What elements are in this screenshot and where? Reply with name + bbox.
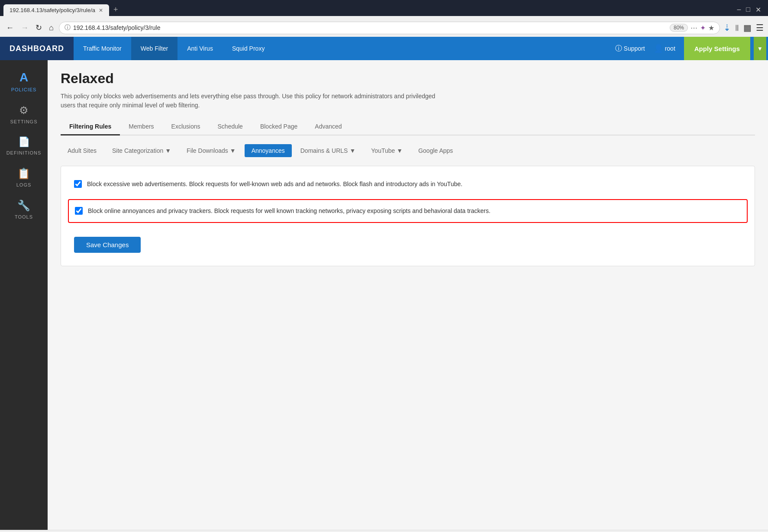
url-display: 192.168.4.13/safety/policy/3/rule <box>73 24 667 31</box>
pocket-icon: ✦ <box>700 24 706 32</box>
subtab-site-categorization[interactable]: Site Categorization ▼ <box>105 144 178 157</box>
reload-button[interactable]: ↻ <box>34 21 44 34</box>
settings-label: SETTINGS <box>10 119 37 124</box>
subtab-youtube[interactable]: YouTube ▼ <box>364 144 410 157</box>
sidebar-item-settings[interactable]: ⚙ SETTINGS <box>0 98 48 130</box>
bookmark-icon[interactable]: ★ <box>708 24 714 32</box>
forward-button[interactable]: → <box>19 22 30 34</box>
subtab-google-apps[interactable]: Google Apps <box>411 144 460 157</box>
close-window-icon[interactable]: ✕ <box>755 6 761 14</box>
tools-icon: 🔧 <box>17 200 30 212</box>
block-ads-checkbox[interactable] <box>74 180 82 188</box>
subtab-adult-sites[interactable]: Adult Sites <box>61 144 103 157</box>
tab-filtering-rules[interactable]: Filtering Rules <box>61 119 120 135</box>
sidebar-item-definitions[interactable]: 📄 DEFINITIONS <box>0 130 48 161</box>
nav-traffic-monitor[interactable]: Traffic Monitor <box>74 37 131 60</box>
save-changes-button[interactable]: Save Changes <box>74 237 141 253</box>
zoom-badge: 80% <box>670 24 688 32</box>
policy-tabs: Filtering Rules Members Exclusions Sched… <box>61 119 755 135</box>
menu-icon[interactable]: ☰ <box>756 23 764 33</box>
brand-logo: DASHBOARD <box>0 37 74 60</box>
sidebar-item-logs[interactable]: 📋 LOGS <box>0 161 48 193</box>
subtab-annoyances[interactable]: Annoyances <box>245 144 292 157</box>
browser-chrome: 192.168.4.13/safety/policy/3/rule/a ✕ + … <box>0 0 768 16</box>
tab-blocked-page[interactable]: Blocked Page <box>252 119 306 135</box>
block-trackers-label: Block online annoyances and privacy trac… <box>88 206 490 216</box>
dropdown-icon-site-cat: ▼ <box>165 147 171 154</box>
maximize-icon[interactable]: □ <box>746 6 750 14</box>
address-bar-row: ← → ↻ ⌂ ⓘ 192.168.4.13/safety/policy/3/r… <box>0 19 768 37</box>
subtab-file-downloads[interactable]: File Downloads ▼ <box>180 144 243 157</box>
annoyances-checkbox-row-2: Block online annoyances and privacy trac… <box>68 199 748 222</box>
sidebar: A POLICIES ⚙ SETTINGS 📄 DEFINITIONS 📋 LO… <box>0 60 48 530</box>
sidebar-item-policies[interactable]: A POLICIES <box>0 64 48 98</box>
nav-anti-virus[interactable]: Anti Virus <box>177 37 223 60</box>
new-tab-button[interactable]: + <box>109 3 123 16</box>
user-button[interactable]: 👤 root <box>649 44 681 53</box>
tab-schedule[interactable]: Schedule <box>209 119 252 135</box>
download-icon[interactable]: ⇣ <box>723 23 731 33</box>
tab-title: 192.168.4.13/safety/policy/3/rule/a <box>10 7 95 13</box>
content-panel: Block excessive web advertisements. Bloc… <box>61 166 755 266</box>
app-body: A POLICIES ⚙ SETTINGS 📄 DEFINITIONS 📋 LO… <box>0 60 768 530</box>
sub-tabs-row: Adult Sites Site Categorization ▼ File D… <box>61 144 755 157</box>
nav-squid-proxy[interactable]: Squid Proxy <box>223 37 274 60</box>
sidebar-toggle-icon[interactable]: ▦ <box>743 23 752 33</box>
footer: Web Safety for Squid Proxy, version 7.0.… <box>0 530 768 532</box>
support-button[interactable]: ⓘ Support <box>615 44 645 53</box>
page-title: Relaxed <box>61 71 755 87</box>
policies-label: POLICIES <box>11 87 37 92</box>
address-box[interactable]: ⓘ 192.168.4.13/safety/policy/3/rule 80% … <box>59 22 720 34</box>
active-tab[interactable]: 192.168.4.13/safety/policy/3/rule/a ✕ <box>3 4 109 16</box>
user-icon: 👤 <box>654 44 663 53</box>
definitions-icon: 📄 <box>18 136 30 148</box>
tab-members[interactable]: Members <box>120 119 162 135</box>
close-tab-icon[interactable]: ✕ <box>99 7 103 13</box>
info-icon: ⓘ <box>615 44 622 53</box>
main-content: Relaxed This policy only blocks web adve… <box>48 60 768 530</box>
window-controls: – □ ✕ <box>737 6 765 14</box>
titlebar: 192.168.4.13/safety/policy/3/rule/a ✕ + … <box>3 3 765 16</box>
home-button[interactable]: ⌂ <box>47 22 55 34</box>
page-description: This policy only blocks web advertisemen… <box>61 92 450 110</box>
addr-extra-icons: ⋯ <box>691 24 697 32</box>
apply-chevron-button[interactable]: ▼ <box>754 37 766 60</box>
policies-icon: A <box>19 71 28 84</box>
logs-icon: 📋 <box>17 168 30 180</box>
subtab-domains-urls[interactable]: Domains & URLS ▼ <box>294 144 363 157</box>
app-header: DASHBOARD Traffic Monitor Web Filter Ant… <box>0 37 768 60</box>
annoyances-checkbox-row-1: Block excessive web advertisements. Bloc… <box>74 179 742 189</box>
block-trackers-checkbox[interactable] <box>75 207 83 215</box>
block-ads-label: Block excessive web advertisements. Bloc… <box>87 179 462 189</box>
tab-exclusions[interactable]: Exclusions <box>163 119 209 135</box>
sidebar-item-tools[interactable]: 🔧 TOOLS <box>0 193 48 226</box>
library-icon[interactable]: ⫴ <box>735 23 739 33</box>
dropdown-icon-domains: ▼ <box>349 147 355 154</box>
definitions-label: DEFINITIONS <box>6 150 42 155</box>
tools-label: TOOLS <box>15 214 33 219</box>
back-button[interactable]: ← <box>4 22 16 34</box>
settings-icon: ⚙ <box>19 104 29 116</box>
nav-web-filter[interactable]: Web Filter <box>131 37 178 60</box>
main-nav: Traffic Monitor Web Filter Anti Virus Sq… <box>74 37 274 60</box>
toolbar-icons: ⇣ ⫴ ▦ ☰ <box>723 23 764 33</box>
minimize-icon[interactable]: – <box>737 6 741 14</box>
dropdown-icon-youtube: ▼ <box>397 147 403 154</box>
header-right: ⓘ Support 👤 root Apply Settings ▼ <box>615 37 768 60</box>
dropdown-icon-file-dl: ▼ <box>230 147 236 154</box>
logs-label: LOGS <box>16 182 32 187</box>
tab-bar: 192.168.4.13/safety/policy/3/rule/a ✕ + <box>3 3 123 16</box>
security-icon: ⓘ <box>65 24 71 32</box>
apply-settings-button[interactable]: Apply Settings <box>684 37 750 60</box>
tab-advanced[interactable]: Advanced <box>306 119 350 135</box>
